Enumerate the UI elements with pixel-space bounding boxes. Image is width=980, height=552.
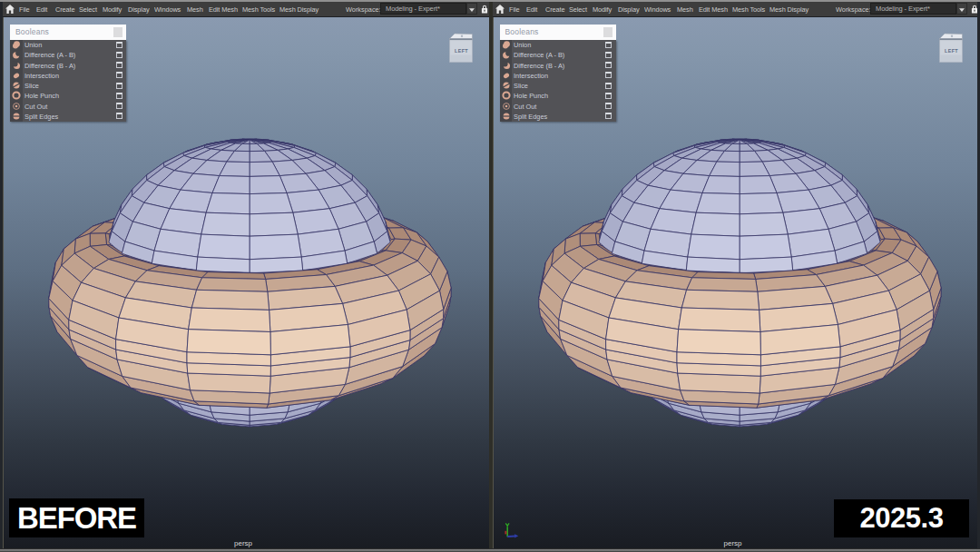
- svg-text:LEFT: LEFT: [455, 47, 468, 53]
- svg-text:LEFT: LEFT: [944, 47, 957, 53]
